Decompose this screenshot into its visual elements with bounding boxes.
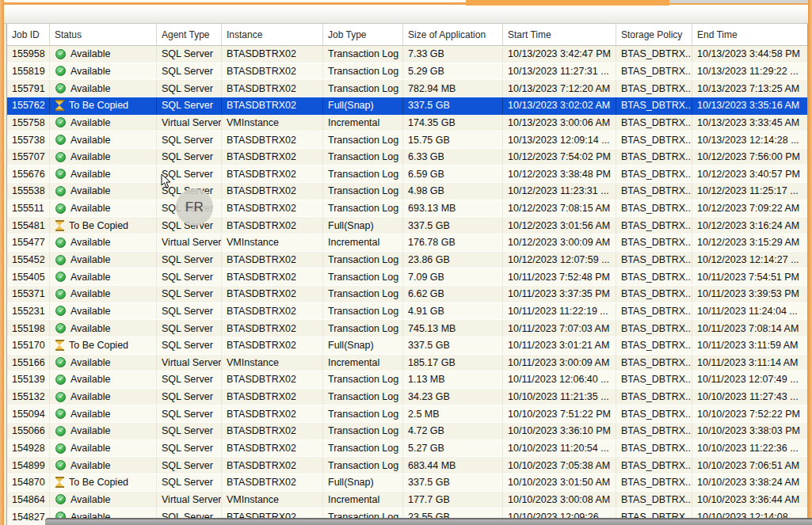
table-row[interactable]: 154870To Be CopiedSQL ServerBTASDBTRX02F… xyxy=(7,474,807,492)
table-row[interactable]: 155758AvailableVirtual ServerVMInstanceI… xyxy=(7,115,807,132)
available-check-icon xyxy=(55,255,66,265)
table-row[interactable]: 155819AvailableSQL ServerBTASDBTRX02Tran… xyxy=(7,63,807,81)
column-header-policy[interactable]: Storage Policy xyxy=(616,24,692,45)
table-row[interactable]: 155139AvailableSQL ServerBTASDBTRX02Tran… xyxy=(7,371,807,389)
cell-start: 10/10/2023 7:05:38 AM xyxy=(503,457,616,474)
cell-size: 683.44 MB xyxy=(403,457,503,474)
cell-size: 176.78 GB xyxy=(403,234,503,251)
table-row[interactable]: 155676AvailableSQL ServerBTASDBTRX02Tran… xyxy=(7,165,807,183)
cell-size: 6.62 GB xyxy=(403,286,503,302)
cell-size: 5.27 GB xyxy=(403,440,503,457)
table-row[interactable]: 155762To Be CopiedSQL ServerBTASDBTRX02F… xyxy=(7,97,807,115)
column-header-end[interactable]: End Time xyxy=(692,24,808,45)
column-header-agent[interactable]: Agent Type xyxy=(157,24,222,45)
table-row[interactable]: 155481To Be CopiedSQL ServerBTASDBTRX02F… xyxy=(7,217,807,234)
cell-status: Available xyxy=(50,115,157,131)
cell-job_id: 155791 xyxy=(7,80,50,97)
cell-instance: BTASDBTRX02 xyxy=(222,405,323,422)
cell-end: 10/10/2023 7:52:22 PM xyxy=(692,405,808,422)
cell-size: 337.5 GB xyxy=(403,474,503,491)
available-check-icon xyxy=(55,169,66,179)
cell-policy: BTAS_DBTRX... xyxy=(616,492,692,508)
cell-job_id: 155538 xyxy=(7,183,50,200)
table-row[interactable]: 155198AvailableSQL ServerBTASDBTRX02Tran… xyxy=(7,320,807,337)
cell-job_id: 154899 xyxy=(7,457,50,474)
cell-job_type: Transaction Log xyxy=(323,80,403,97)
background-window-bottom-edge xyxy=(45,518,812,525)
cell-end: 10/13/2023 3:35:16 AM xyxy=(692,97,808,114)
status-label: Available xyxy=(71,425,111,436)
table-row[interactable]: 155738AvailableSQL ServerBTASDBTRX02Tran… xyxy=(7,131,807,149)
table-row[interactable]: 155170To Be CopiedSQL ServerBTASDBTRX02F… xyxy=(7,337,807,355)
status-label: Available xyxy=(71,409,111,420)
available-check-icon xyxy=(55,117,66,127)
status-label: Available xyxy=(71,443,111,454)
status-label: Available xyxy=(71,357,111,368)
table-row[interactable]: 155094AvailableSQL ServerBTASDBTRX02Tran… xyxy=(7,405,807,423)
table-row[interactable]: 155405AvailableSQL ServerBTASDBTRX02Tran… xyxy=(7,268,807,286)
cell-job_type: Transaction Log xyxy=(323,183,403,200)
table-row[interactable]: 155231AvailableSQL ServerBTASDBTRX02Tran… xyxy=(7,303,807,321)
cell-size: 337.5 GB xyxy=(403,217,503,234)
column-header-start[interactable]: Start Time xyxy=(503,24,616,45)
cell-agent: SQL Server xyxy=(157,252,222,268)
column-header-job_id[interactable]: Job ID xyxy=(7,24,50,45)
cell-status: To Be Copied xyxy=(50,474,157,491)
cell-instance: BTASDBTRX02 xyxy=(222,423,323,439)
table-row[interactable]: 155958AvailableSQL ServerBTASDBTRX02Tran… xyxy=(7,46,807,63)
table-row[interactable]: 154928AvailableSQL ServerBTASDBTRX02Tran… xyxy=(7,440,807,458)
cell-start: 10/13/2023 7:12:20 AM xyxy=(503,80,616,97)
cell-job_id: 155762 xyxy=(7,97,50,114)
table-row[interactable]: 154899AvailableSQL ServerBTASDBTRX02Tran… xyxy=(7,457,807,474)
cell-size: 5.29 GB xyxy=(403,63,503,80)
table-row[interactable]: 155166AvailableVirtual ServerVMInstanceI… xyxy=(7,355,807,372)
cell-end: 10/12/2023 7:09:22 AM xyxy=(692,200,808,217)
cell-job_type: Transaction Log xyxy=(323,200,403,217)
cell-policy: BTAS_DBTRX... xyxy=(616,474,692,491)
available-check-icon xyxy=(55,272,66,282)
cell-size: 4.98 GB xyxy=(403,183,503,200)
table-row[interactable]: 154864AvailableVirtual ServerVMInstanceI… xyxy=(7,492,807,509)
status-label: To Be Copied xyxy=(69,477,128,488)
cell-job_type: Incremental xyxy=(323,234,403,251)
cell-start: 10/11/2023 7:07:03 AM xyxy=(503,320,616,337)
table-row[interactable]: 155791AvailableSQL ServerBTASDBTRX02Tran… xyxy=(7,80,807,97)
cell-end: 10/10/2023 3:38:03 PM xyxy=(692,423,808,439)
cell-policy: BTAS_DBTRX... xyxy=(616,371,692,388)
cell-agent: SQL Server xyxy=(157,131,222,148)
cell-end: 10/12/2023 3:15:29 AM xyxy=(692,234,808,251)
table-row[interactable]: 155511AvailableSQL ServerBTASDBTRX02Tran… xyxy=(7,200,807,218)
column-header-size[interactable]: Size of Application xyxy=(403,24,503,45)
cell-agent: SQL Server xyxy=(157,46,222,63)
table-row[interactable]: 155707AvailableSQL ServerBTASDBTRX02Tran… xyxy=(7,149,807,166)
table-row[interactable]: 155132AvailableSQL ServerBTASDBTRX02Tran… xyxy=(7,389,807,406)
status-label: Available xyxy=(71,272,111,283)
cell-end: 10/12/2023 7:56:00 PM xyxy=(692,149,808,165)
table-row[interactable]: 155066AvailableSQL ServerBTASDBTRX02Tran… xyxy=(7,423,807,440)
status-label: Available xyxy=(71,48,111,59)
column-header-status[interactable]: Status xyxy=(50,24,157,45)
hourglass-icon xyxy=(55,340,64,351)
cell-policy: BTAS_DBTRX... xyxy=(616,286,692,302)
cell-status: Available xyxy=(50,80,157,97)
cell-job_type: Full(Snap) xyxy=(323,217,403,234)
table-row[interactable]: 155538AvailableSQL ServerBTASDBTRX02Tran… xyxy=(7,183,807,200)
available-check-icon xyxy=(55,392,66,402)
cell-instance: BTASDBTRX02 xyxy=(222,303,323,320)
cell-agent: Virtual Server xyxy=(157,355,222,371)
table-row[interactable]: 155371AvailableSQL ServerBTASDBTRX02Tran… xyxy=(7,286,807,303)
cell-policy: BTAS_DBTRX... xyxy=(616,355,692,371)
cell-job_type: Transaction Log xyxy=(323,165,403,182)
status-label: To Be Copied xyxy=(69,100,128,111)
cell-end: 10/11/2023 3:39:53 PM xyxy=(692,286,808,302)
column-header-job_type[interactable]: Job Type xyxy=(323,24,403,45)
cell-status: To Be Copied xyxy=(50,337,157,354)
status-label: Available xyxy=(71,460,111,471)
cell-start: 10/11/2023 3:00:09 AM xyxy=(503,355,616,371)
table-row[interactable]: 155452AvailableSQL ServerBTASDBTRX02Tran… xyxy=(7,252,807,269)
cell-policy: BTAS_DBTRX... xyxy=(616,46,692,63)
cell-end: 10/11/2023 3:11:59 AM xyxy=(692,337,808,354)
column-header-instance[interactable]: Instance xyxy=(222,24,323,45)
cell-end: 10/13/2023 3:33:45 AM xyxy=(692,115,808,131)
table-row[interactable]: 155477AvailableVirtual ServerVMInstanceI… xyxy=(7,234,807,252)
